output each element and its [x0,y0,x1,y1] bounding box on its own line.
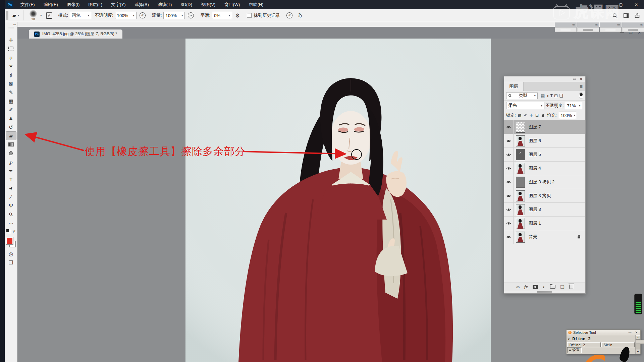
lasso-tool[interactable]: ϱ [6,53,16,62]
opacity-select[interactable]: 100%▾ [115,12,137,19]
gradient-tool[interactable] [6,140,16,149]
scroll-up-icon[interactable]: ▲ [636,335,640,340]
airbrush-icon[interactable]: ✑ [188,12,194,18]
photo-document[interactable] [185,39,491,362]
layer-name[interactable]: 图层 5 [529,152,541,158]
collapsed-dock[interactable]: «« [555,22,577,32]
layer-thumbnail[interactable] [516,232,525,243]
collapse-arrows-icon[interactable]: «« [600,22,622,27]
collapsed-dock[interactable]: «« [622,22,644,32]
panel-resize-grip[interactable] [537,291,552,293]
eyedropper-tool[interactable]: ✎ [6,88,16,97]
filter-type-layers-icon[interactable]: T [550,93,553,98]
layer-row-5[interactable]: 图层 3 拷贝 [504,189,585,203]
screen-mode-tool[interactable]: ❐ [6,258,16,267]
layer-mask-icon[interactable] [533,285,538,289]
mode-select[interactable]: 画笔▾ [70,12,91,19]
layer-name[interactable]: 图层 1 [529,220,541,226]
layer-fill-select[interactable]: 100%▾ [559,112,576,119]
dfine2-button[interactable]: Dfine 2 [567,342,601,347]
layer-thumbnail[interactable] [516,177,525,188]
delete-layer-icon[interactable] [569,285,573,289]
close-panel-icon[interactable]: ✕ [580,77,583,81]
options-grip[interactable] [6,11,8,20]
tab-layers[interactable]: 图层 [504,82,524,91]
layer-row-1[interactable]: 图层 6 [504,134,585,148]
layer-thumbnail[interactable] [516,122,525,133]
layer-name[interactable]: 图层 7 [529,124,541,130]
pressure-size-icon[interactable]: ξ϶ [298,13,301,18]
layer-thumbnail[interactable] [516,218,525,229]
layer-row-0[interactable]: 图层 7 [504,120,585,134]
brush-preset-picker[interactable]: 90 ▾ [26,10,43,21]
type-tool[interactable]: T [6,175,16,184]
visibility-eye-icon[interactable] [504,230,514,244]
visibility-eye-icon[interactable] [504,148,514,161]
menu-item-3[interactable]: 图层(L) [84,0,107,9]
settings-button[interactable]: ≣ 设置 [567,347,582,353]
history-brush-tool[interactable]: ↺ [6,123,16,131]
quick-mask-tool[interactable]: ◎ [6,249,16,258]
layer-thumbnail[interactable] [516,204,525,215]
toolbar-grip[interactable] [8,27,14,28]
blur-tool[interactable] [6,149,16,158]
dfine-section-header[interactable]: ▼ Dfine 2 [567,336,635,342]
visibility-eye-icon[interactable] [504,189,514,202]
layer-name[interactable]: 图层 3 [529,206,541,213]
layer-thumbnail[interactable] [516,149,525,160]
layer-style-icon[interactable]: fx [524,285,528,289]
filter-shape-layers-icon[interactable]: ⊡ [554,93,558,98]
blend-mode-select[interactable]: 柔光▾ [506,102,544,109]
collapsed-dock[interactable]: «« [577,22,599,32]
layer-name[interactable]: 图层 6 [529,138,541,144]
smoothing-select[interactable]: 0%▾ [212,12,232,19]
filter-toggle-icon[interactable] [579,93,583,99]
lock-position-icon[interactable]: ✛ [530,113,533,118]
frame-tool[interactable]: ⊠ [6,79,16,88]
zoom-tool[interactable]: ⚲ [6,210,16,219]
search-icon[interactable] [612,13,618,18]
menu-item-4[interactable]: 文字(Y) [107,0,130,9]
foreground-color-swatch[interactable] [6,237,13,244]
menu-item-8[interactable]: 视图(V) [197,0,220,9]
close-icon[interactable]: ✕ [629,0,644,9]
crop-tool[interactable]: ♯ [6,70,16,79]
collapse-arrows-icon[interactable]: «« [622,22,644,27]
minimize-icon[interactable]: — [598,0,613,9]
adjustment-layer-icon[interactable]: ◐ [543,285,545,289]
layer-row-8[interactable]: 背景 [504,230,585,244]
color-swatches-icon[interactable] [6,237,16,247]
menu-item-6[interactable]: 滤镜(T) [153,0,176,9]
workspace-switcher-icon[interactable] [623,13,629,18]
menu-item-5[interactable]: 选择(S) [130,0,153,9]
hand-tool[interactable]: Ψ [6,201,16,210]
pen-tool[interactable]: ✒ [6,166,16,175]
layer-thumbnail[interactable] [516,163,525,174]
filter-type-select[interactable]: 类型▾ [506,92,538,99]
edit-toolbar-tool[interactable]: ⋯ [6,219,16,227]
panel-minimize-icon[interactable]: — [627,331,632,334]
lock-artboard-icon[interactable]: ⊡ [535,113,539,118]
eraser-tool-preset[interactable]: ▰ ▾ [11,12,20,18]
collapse-arrows-icon[interactable]: «« [577,22,599,27]
flow-select[interactable]: 100%▾ [163,12,185,19]
lock-all-icon[interactable] [541,113,545,118]
smoothing-options-gear-icon[interactable]: ⚙ [235,12,240,19]
filter-pixel-layers-icon[interactable]: ▤ [541,93,545,98]
visibility-eye-icon[interactable] [504,134,514,147]
collapse-panel-icon[interactable]: «« [573,77,576,81]
default-colors-icon[interactable] [6,229,11,233]
layer-row-3[interactable]: 图层 4 [504,162,585,175]
menu-item-9[interactable]: 窗口(W) [220,0,244,9]
share-icon[interactable] [634,13,640,18]
default-swap-colors-tool[interactable]: ⇄ [6,227,16,235]
layer-row-6[interactable]: 图层 3 [504,203,585,217]
menu-item-2[interactable]: 图像(I) [62,0,84,9]
collapsed-dock[interactable]: «« [600,22,622,32]
swap-colors-icon[interactable]: ⇄ [12,229,15,234]
selective-scrollbar[interactable]: ▲ ▼ [635,335,640,354]
skin-button[interactable]: Skin [601,342,635,347]
menu-item-10[interactable]: 帮助(H) [244,0,268,9]
maximize-icon[interactable]: ▢ [613,0,629,9]
brush-settings-toggle-icon[interactable]: ✐ [46,12,52,19]
